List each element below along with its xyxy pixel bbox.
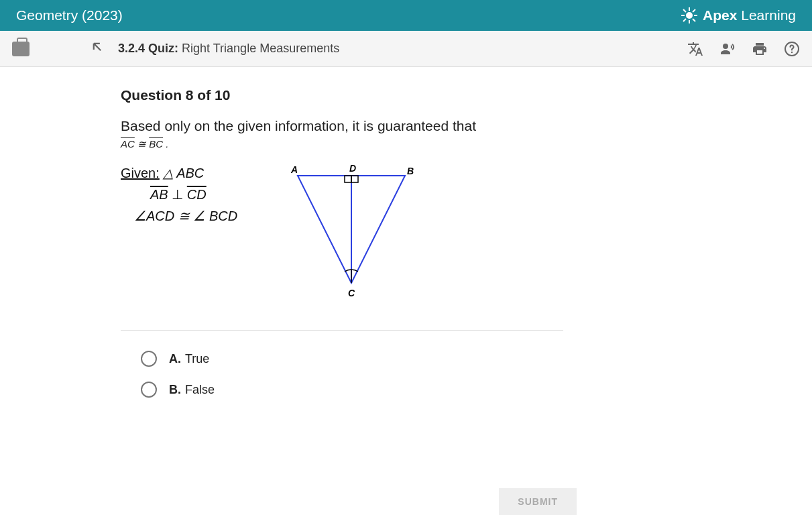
svg-point-0 — [686, 12, 693, 19]
help-icon[interactable] — [784, 41, 800, 57]
submit-bar: SUBMIT — [121, 488, 577, 515]
brand: Apex Learning — [681, 7, 796, 23]
apex-logo-icon — [681, 7, 697, 23]
triangle-diagram: A D B C — [278, 162, 425, 303]
given-text: Given: △ ABC AB ⊥ CD ∠ACD ≅ ∠ BCD — [121, 162, 237, 227]
briefcase-icon[interactable] — [12, 42, 30, 56]
quiz-toolbar: 3.2.4 Quiz: Right Triangle Measurements — [0, 31, 812, 67]
svg-text:A: A — [290, 164, 298, 175]
divider — [121, 330, 563, 331]
back-arrow-icon[interactable] — [90, 40, 105, 58]
question-conclusion: AC ≅ BC . — [121, 138, 603, 150]
svg-rect-15 — [351, 176, 358, 182]
option-label: B.False — [169, 383, 215, 397]
svg-line-7 — [683, 19, 686, 21]
svg-text:C: C — [348, 288, 355, 298]
radio-icon[interactable] — [141, 382, 157, 398]
course-header: Geometry (2023) Apex Learning — [0, 0, 812, 31]
radio-icon[interactable] — [141, 351, 157, 367]
read-aloud-icon[interactable] — [719, 41, 736, 57]
question-prompt: Based only on the given information, it … — [121, 118, 603, 134]
svg-line-5 — [683, 9, 686, 12]
toolbar-right — [687, 41, 800, 57]
option-b[interactable]: B.False — [141, 382, 603, 398]
option-label: A.True — [169, 352, 209, 366]
quiz-title: 3.2.4 Quiz: Right Triangle Measurements — [118, 42, 339, 56]
given-block: Given: △ ABC AB ⊥ CD ∠ACD ≅ ∠ BCD A D — [121, 162, 603, 303]
brand-text: Apex Learning — [703, 7, 796, 23]
svg-point-11 — [791, 51, 793, 52]
question-content: Question 8 of 10 Based only on the given… — [0, 67, 603, 398]
submit-button[interactable]: SUBMIT — [499, 488, 577, 515]
svg-point-9 — [723, 44, 728, 49]
svg-text:D: D — [349, 163, 356, 174]
svg-text:B: B — [407, 166, 414, 176]
svg-line-6 — [693, 19, 695, 21]
translate-icon[interactable] — [687, 41, 703, 57]
svg-rect-14 — [345, 176, 351, 182]
option-a[interactable]: A.True — [141, 351, 603, 367]
print-icon[interactable] — [752, 41, 768, 57]
svg-line-8 — [693, 9, 695, 12]
question-counter: Question 8 of 10 — [121, 87, 603, 103]
course-title: Geometry (2023) — [16, 7, 123, 23]
